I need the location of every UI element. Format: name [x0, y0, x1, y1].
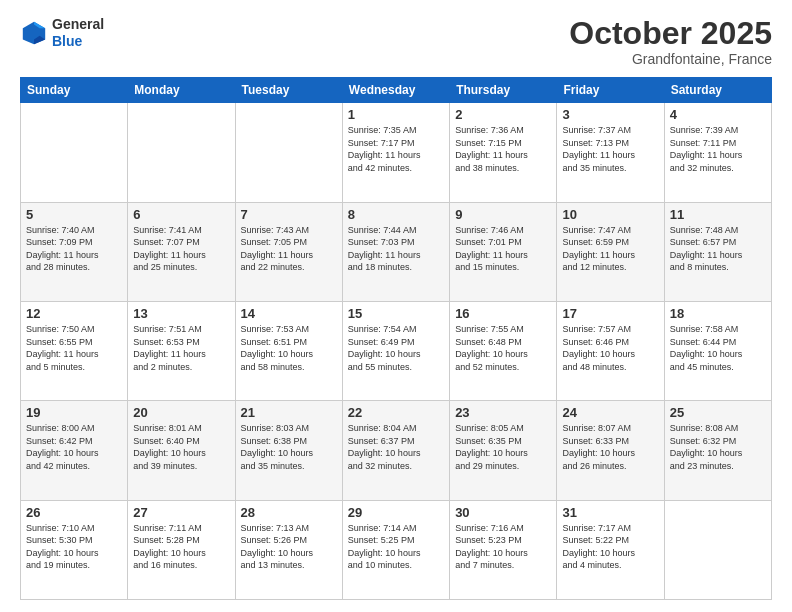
day-cell: 10Sunrise: 7:47 AM Sunset: 6:59 PM Dayli…: [557, 202, 664, 301]
day-number: 15: [348, 306, 444, 321]
day-info: Sunrise: 7:55 AM Sunset: 6:48 PM Dayligh…: [455, 323, 551, 373]
day-info: Sunrise: 7:54 AM Sunset: 6:49 PM Dayligh…: [348, 323, 444, 373]
day-number: 10: [562, 207, 658, 222]
day-cell: 3Sunrise: 7:37 AM Sunset: 7:13 PM Daylig…: [557, 103, 664, 202]
day-cell: 16Sunrise: 7:55 AM Sunset: 6:48 PM Dayli…: [450, 301, 557, 400]
day-info: Sunrise: 7:14 AM Sunset: 5:25 PM Dayligh…: [348, 522, 444, 572]
day-number: 1: [348, 107, 444, 122]
day-cell: 6Sunrise: 7:41 AM Sunset: 7:07 PM Daylig…: [128, 202, 235, 301]
day-number: 16: [455, 306, 551, 321]
day-number: 6: [133, 207, 229, 222]
day-cell: 23Sunrise: 8:05 AM Sunset: 6:35 PM Dayli…: [450, 401, 557, 500]
day-number: 12: [26, 306, 122, 321]
day-number: 29: [348, 505, 444, 520]
day-info: Sunrise: 7:57 AM Sunset: 6:46 PM Dayligh…: [562, 323, 658, 373]
day-info: Sunrise: 7:58 AM Sunset: 6:44 PM Dayligh…: [670, 323, 766, 373]
day-cell: [235, 103, 342, 202]
header-cell-tuesday: Tuesday: [235, 78, 342, 103]
logo-text: General Blue: [52, 16, 104, 50]
day-info: Sunrise: 7:53 AM Sunset: 6:51 PM Dayligh…: [241, 323, 337, 373]
day-cell: 9Sunrise: 7:46 AM Sunset: 7:01 PM Daylig…: [450, 202, 557, 301]
day-number: 3: [562, 107, 658, 122]
day-cell: 18Sunrise: 7:58 AM Sunset: 6:44 PM Dayli…: [664, 301, 771, 400]
day-info: Sunrise: 7:11 AM Sunset: 5:28 PM Dayligh…: [133, 522, 229, 572]
day-info: Sunrise: 7:48 AM Sunset: 6:57 PM Dayligh…: [670, 224, 766, 274]
day-info: Sunrise: 8:05 AM Sunset: 6:35 PM Dayligh…: [455, 422, 551, 472]
day-info: Sunrise: 7:39 AM Sunset: 7:11 PM Dayligh…: [670, 124, 766, 174]
day-number: 21: [241, 405, 337, 420]
day-number: 19: [26, 405, 122, 420]
day-cell: 19Sunrise: 8:00 AM Sunset: 6:42 PM Dayli…: [21, 401, 128, 500]
day-number: 26: [26, 505, 122, 520]
week-row-2: 5Sunrise: 7:40 AM Sunset: 7:09 PM Daylig…: [21, 202, 772, 301]
day-info: Sunrise: 7:16 AM Sunset: 5:23 PM Dayligh…: [455, 522, 551, 572]
day-cell: 12Sunrise: 7:50 AM Sunset: 6:55 PM Dayli…: [21, 301, 128, 400]
header-cell-friday: Friday: [557, 78, 664, 103]
day-cell: 26Sunrise: 7:10 AM Sunset: 5:30 PM Dayli…: [21, 500, 128, 599]
day-cell: 8Sunrise: 7:44 AM Sunset: 7:03 PM Daylig…: [342, 202, 449, 301]
day-cell: 1Sunrise: 7:35 AM Sunset: 7:17 PM Daylig…: [342, 103, 449, 202]
header-cell-thursday: Thursday: [450, 78, 557, 103]
day-number: 7: [241, 207, 337, 222]
day-number: 25: [670, 405, 766, 420]
day-number: 14: [241, 306, 337, 321]
day-cell: 4Sunrise: 7:39 AM Sunset: 7:11 PM Daylig…: [664, 103, 771, 202]
day-cell: 21Sunrise: 8:03 AM Sunset: 6:38 PM Dayli…: [235, 401, 342, 500]
header-cell-saturday: Saturday: [664, 78, 771, 103]
day-number: 27: [133, 505, 229, 520]
calendar-header-row: SundayMondayTuesdayWednesdayThursdayFrid…: [21, 78, 772, 103]
week-row-1: 1Sunrise: 7:35 AM Sunset: 7:17 PM Daylig…: [21, 103, 772, 202]
day-info: Sunrise: 7:43 AM Sunset: 7:05 PM Dayligh…: [241, 224, 337, 274]
day-cell: 25Sunrise: 8:08 AM Sunset: 6:32 PM Dayli…: [664, 401, 771, 500]
day-number: 4: [670, 107, 766, 122]
day-cell: 5Sunrise: 7:40 AM Sunset: 7:09 PM Daylig…: [21, 202, 128, 301]
day-number: 18: [670, 306, 766, 321]
day-cell: 15Sunrise: 7:54 AM Sunset: 6:49 PM Dayli…: [342, 301, 449, 400]
title-block: October 2025 Grandfontaine, France: [569, 16, 772, 67]
logo-icon: [20, 19, 48, 47]
day-cell: [664, 500, 771, 599]
day-cell: 31Sunrise: 7:17 AM Sunset: 5:22 PM Dayli…: [557, 500, 664, 599]
day-info: Sunrise: 7:17 AM Sunset: 5:22 PM Dayligh…: [562, 522, 658, 572]
week-row-5: 26Sunrise: 7:10 AM Sunset: 5:30 PM Dayli…: [21, 500, 772, 599]
day-number: 24: [562, 405, 658, 420]
day-cell: 11Sunrise: 7:48 AM Sunset: 6:57 PM Dayli…: [664, 202, 771, 301]
day-number: 22: [348, 405, 444, 420]
day-cell: 22Sunrise: 8:04 AM Sunset: 6:37 PM Dayli…: [342, 401, 449, 500]
day-number: 30: [455, 505, 551, 520]
day-info: Sunrise: 7:50 AM Sunset: 6:55 PM Dayligh…: [26, 323, 122, 373]
logo: General Blue: [20, 16, 104, 50]
day-cell: 17Sunrise: 7:57 AM Sunset: 6:46 PM Dayli…: [557, 301, 664, 400]
day-info: Sunrise: 8:07 AM Sunset: 6:33 PM Dayligh…: [562, 422, 658, 472]
week-row-4: 19Sunrise: 8:00 AM Sunset: 6:42 PM Dayli…: [21, 401, 772, 500]
day-info: Sunrise: 8:08 AM Sunset: 6:32 PM Dayligh…: [670, 422, 766, 472]
header-cell-monday: Monday: [128, 78, 235, 103]
day-info: Sunrise: 7:44 AM Sunset: 7:03 PM Dayligh…: [348, 224, 444, 274]
day-cell: 13Sunrise: 7:51 AM Sunset: 6:53 PM Dayli…: [128, 301, 235, 400]
day-info: Sunrise: 8:01 AM Sunset: 6:40 PM Dayligh…: [133, 422, 229, 472]
day-number: 31: [562, 505, 658, 520]
day-cell: 27Sunrise: 7:11 AM Sunset: 5:28 PM Dayli…: [128, 500, 235, 599]
day-info: Sunrise: 8:00 AM Sunset: 6:42 PM Dayligh…: [26, 422, 122, 472]
day-info: Sunrise: 7:13 AM Sunset: 5:26 PM Dayligh…: [241, 522, 337, 572]
location-subtitle: Grandfontaine, France: [569, 51, 772, 67]
day-info: Sunrise: 7:47 AM Sunset: 6:59 PM Dayligh…: [562, 224, 658, 274]
header-cell-wednesday: Wednesday: [342, 78, 449, 103]
page: General Blue October 2025 Grandfontaine,…: [0, 0, 792, 612]
day-info: Sunrise: 7:37 AM Sunset: 7:13 PM Dayligh…: [562, 124, 658, 174]
day-info: Sunrise: 7:36 AM Sunset: 7:15 PM Dayligh…: [455, 124, 551, 174]
day-number: 20: [133, 405, 229, 420]
day-cell: 2Sunrise: 7:36 AM Sunset: 7:15 PM Daylig…: [450, 103, 557, 202]
day-cell: 7Sunrise: 7:43 AM Sunset: 7:05 PM Daylig…: [235, 202, 342, 301]
day-number: 28: [241, 505, 337, 520]
day-number: 11: [670, 207, 766, 222]
day-cell: 20Sunrise: 8:01 AM Sunset: 6:40 PM Dayli…: [128, 401, 235, 500]
day-number: 13: [133, 306, 229, 321]
day-cell: 29Sunrise: 7:14 AM Sunset: 5:25 PM Dayli…: [342, 500, 449, 599]
day-info: Sunrise: 7:46 AM Sunset: 7:01 PM Dayligh…: [455, 224, 551, 274]
day-number: 8: [348, 207, 444, 222]
day-cell: [21, 103, 128, 202]
day-number: 17: [562, 306, 658, 321]
day-number: 2: [455, 107, 551, 122]
day-number: 5: [26, 207, 122, 222]
